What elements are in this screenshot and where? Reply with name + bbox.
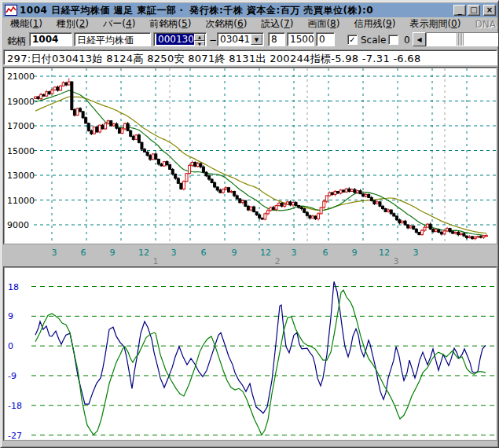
maximize-button[interactable]: □ [468,5,480,16]
window-title: 1004 日経平均株価 週足 東証一部・ 発行株:千株 資本金:百万 売買単位(… [20,4,452,17]
month-tick-label: 6 [323,248,328,258]
scale-checkbox[interactable]: ✓ [347,35,358,45]
menu-bar: 機能(1)種別(2)バー(4)前銘柄(5)次銘柄(6)読込(7)画面(8)信用残… [3,17,497,31]
svg-text:13000: 13000 [7,171,35,181]
title-bar: 1004 日経平均株価 週足 東証一部・ 発行株:千株 資本金:百万 売買単位(… [3,3,497,17]
svg-text:19000: 19000 [7,97,35,107]
month-tick-label: 9 [110,248,116,258]
chevron-down-icon[interactable]: ▼ [251,34,262,45]
date-combobox[interactable]: 030413 ▼ [217,32,264,46]
year-tick-label: 2 [275,256,281,266]
bottom-margin [3,441,497,446]
spinner-buttons[interactable]: ▲▼ [194,34,205,45]
app-icon[interactable] [5,5,17,16]
svg-text:-18: -18 [8,401,22,411]
menu-item-6[interactable]: 画面(8) [300,17,347,31]
oscillator-panel[interactable]: 1890-9-18-27 [3,266,497,441]
svg-text:0: 0 [8,341,13,351]
oscillator-chart[interactable]: 1890-9-18-27 [5,268,496,439]
x-axis-strip: 3691236912369123123 [3,244,497,266]
scroll-left-arrow-icon[interactable]: ◀ [413,32,426,46]
app-window: 1004 日経平均株価 週足 東証一部・ 発行株:千株 資本金:百万 売買単位(… [0,0,499,448]
price-chart-panel[interactable]: 2100019000170001500013000110009000 [3,67,497,244]
svg-text:15000: 15000 [7,146,35,156]
scrollbar-thumb[interactable] [457,32,464,46]
svg-text:17000: 17000 [7,121,35,131]
year-tick-label: 1 [153,256,159,266]
symbol-label: 銘柄 [7,35,26,48]
svg-text:11000: 11000 [7,196,35,206]
menu-item-9: DNA [468,18,499,31]
menu-item-4[interactable]: 次銘柄(6) [198,17,254,31]
svg-text:9: 9 [8,311,13,321]
month-tick-label: 9 [352,248,358,258]
svg-text:21000: 21000 [7,72,35,82]
menu-item-5[interactable]: 読込(7) [254,17,300,31]
menu-item-7[interactable]: 信用残(9) [347,17,402,31]
scale-label: Scale [361,35,386,46]
month-tick-label: 3 [413,248,419,258]
bar-width-input[interactable]: 8 [268,32,285,46]
range-separator: − [209,35,217,46]
svg-text:18: 18 [8,282,19,292]
year-tick-label: 3 [394,256,399,266]
aux-label: 0 [404,35,410,46]
ohlc-readout: 297:日付030413始 8124高 8250安 8071終 8131出 20… [3,50,497,65]
close-button[interactable]: × [483,5,496,16]
menu-item-0[interactable]: 機能(1) [3,17,50,31]
month-tick-label: 12 [260,248,271,258]
count-input[interactable]: 1500 [287,32,314,46]
indicator-green [35,290,486,435]
menu-item-8[interactable]: 表示期間(0) [402,17,468,31]
month-tick-label: 12 [379,248,390,258]
candlestick-chart[interactable]: 2100019000170001500013000110009000 [5,68,496,243]
period-spinner[interactable]: 000130 ▲▼ [153,32,207,46]
month-tick-label: 3 [292,248,297,258]
month-tick-label: 6 [81,248,86,258]
symbol-name-input[interactable]: 日経平均株価 [74,32,151,46]
month-tick-label: 3 [52,248,57,258]
svg-text:-9: -9 [8,371,17,381]
toolbar: 銘柄 1004 日経平均株価 000130 ▲▼ − 030413 ▼ 8 15… [3,31,497,49]
period-spinner-value: 000130 [156,34,196,45]
svg-text:-27: -27 [8,431,22,439]
indicator-navy [35,281,486,413]
spin-down-icon[interactable]: ▼ [194,41,205,46]
menu-item-3[interactable]: 前銘柄(5) [142,17,198,31]
aux-checkbox[interactable] [388,35,398,45]
spin-up-icon[interactable]: ▲ [194,34,205,41]
month-tick-label: 12 [138,248,149,258]
month-tick-label: 6 [201,248,207,258]
svg-text:9000: 9000 [7,220,29,230]
offset-input[interactable]: 0 [316,32,335,46]
minimize-button[interactable]: _ [453,5,466,16]
month-tick-label: 3 [171,248,177,258]
symbol-code-input[interactable]: 1004 [29,32,72,46]
menu-item-1[interactable]: 種別(2) [50,17,96,31]
month-tick-label: 9 [232,248,237,258]
menu-item-2[interactable]: バー(4) [96,17,142,31]
